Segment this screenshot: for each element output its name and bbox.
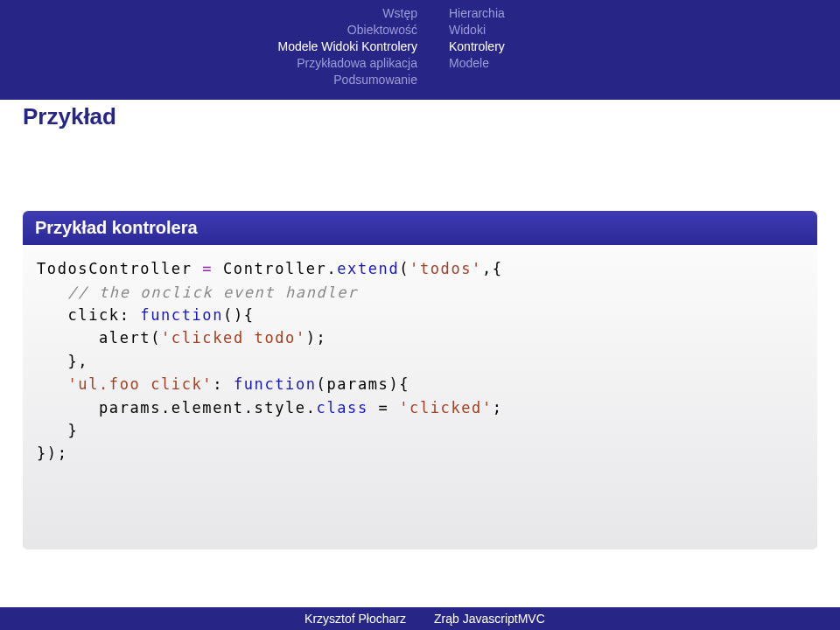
- nav-sub-4[interactable]: Modele: [449, 55, 606, 72]
- nav-sec-2[interactable]: Obiektowość: [234, 22, 417, 38]
- footer-author: Krzysztof Płocharz: [231, 612, 406, 626]
- block-title: Przykład kontrolera: [23, 211, 817, 245]
- code-block: TodosController = Controller.extend('tod…: [23, 245, 817, 549]
- slide-footer: Krzysztof Płocharz Zrąb JavascriptMVC: [0, 607, 840, 630]
- nav-sec-1[interactable]: Wstęp: [234, 5, 417, 22]
- nav-sections: Wstęp Obiektowość Modele Widoki Kontrole…: [234, 5, 433, 88]
- slide-header: Wstęp Obiektowość Modele Widoki Kontrole…: [0, 0, 840, 100]
- nav-sec-3[interactable]: Modele Widoki Kontrolery: [234, 38, 417, 55]
- nav-sec-5[interactable]: Podsumowanie: [234, 72, 417, 88]
- footer-title: Zrąb JavascriptMVC: [434, 612, 609, 626]
- nav: Wstęp Obiektowość Modele Widoki Kontrole…: [0, 5, 840, 88]
- nav-sub-3[interactable]: Kontrolery: [449, 38, 606, 55]
- nav-subsections: Hierarchia Widoki Kontrolery Modele: [433, 5, 606, 88]
- example-block: Przykład kontrolera TodosController = Co…: [23, 211, 817, 549]
- nav-sub-1[interactable]: Hierarchia: [449, 5, 606, 22]
- nav-sec-4[interactable]: Przykładowa aplikacja: [234, 55, 417, 72]
- frame-title: Przykład: [0, 100, 840, 143]
- nav-sub-2[interactable]: Widoki: [449, 22, 606, 38]
